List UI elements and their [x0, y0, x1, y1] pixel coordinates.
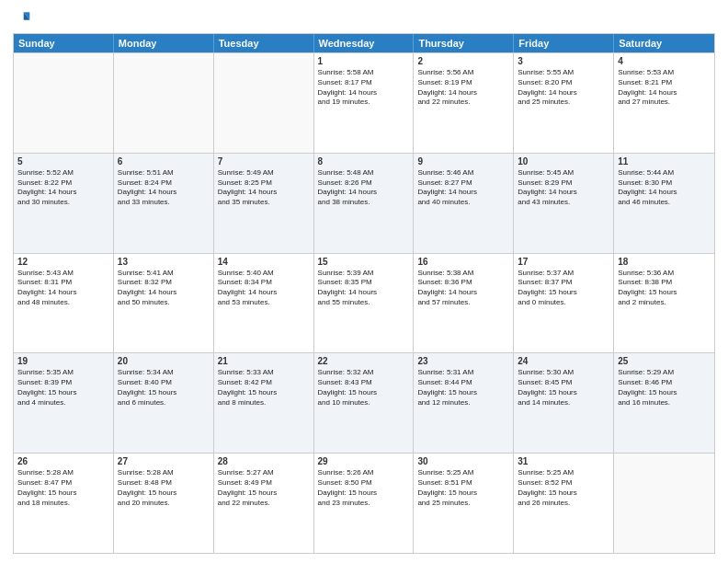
cell-info: Sunrise: 5:27 AM Sunset: 8:49 PM Dayligh… — [218, 468, 310, 508]
cell-info: Sunrise: 5:43 AM Sunset: 8:31 PM Dayligh… — [17, 269, 109, 308]
cell-info: Sunrise: 5:55 AM Sunset: 8:20 PM Dayligh… — [518, 68, 609, 108]
header-cell-wednesday: Wednesday — [314, 34, 415, 52]
cell-info: Sunrise: 5:39 AM Sunset: 8:35 PM Dayligh… — [318, 269, 410, 308]
day-cell-19: 19Sunrise: 5:35 AM Sunset: 8:39 PM Dayli… — [14, 353, 114, 453]
day-cell-9: 9Sunrise: 5:46 AM Sunset: 8:27 PM Daylig… — [414, 154, 514, 253]
cell-info: Sunrise: 5:25 AM Sunset: 8:51 PM Dayligh… — [417, 468, 509, 508]
day-cell-10: 10Sunrise: 5:45 AM Sunset: 8:29 PM Dayli… — [514, 154, 614, 253]
day-number: 12 — [17, 257, 109, 267]
day-number: 31 — [518, 456, 609, 466]
day-cell-6: 6Sunrise: 5:51 AM Sunset: 8:24 PM Daylig… — [114, 154, 214, 253]
day-number: 4 — [618, 56, 711, 66]
day-cell-28: 28Sunrise: 5:27 AM Sunset: 8:49 PM Dayli… — [214, 454, 314, 553]
header-cell-thursday: Thursday — [414, 34, 514, 52]
header-cell-monday: Monday — [114, 34, 214, 52]
day-number: 9 — [417, 156, 509, 167]
calendar-body: 1Sunrise: 5:58 AM Sunset: 8:17 PM Daylig… — [14, 52, 714, 553]
logo-icon — [13, 9, 31, 28]
day-number: 28 — [218, 456, 310, 466]
header — [13, 9, 715, 28]
cell-info: Sunrise: 5:58 AM Sunset: 8:17 PM Dayligh… — [318, 68, 410, 108]
cell-info: Sunrise: 5:51 AM Sunset: 8:24 PM Dayligh… — [118, 168, 210, 208]
day-number: 10 — [518, 156, 609, 167]
day-cell-8: 8Sunrise: 5:48 AM Sunset: 8:26 PM Daylig… — [314, 154, 415, 253]
day-cell-17: 17Sunrise: 5:37 AM Sunset: 8:37 PM Dayli… — [514, 254, 614, 353]
cell-info: Sunrise: 5:48 AM Sunset: 8:26 PM Dayligh… — [318, 168, 410, 208]
cell-info: Sunrise: 5:44 AM Sunset: 8:30 PM Dayligh… — [618, 168, 711, 208]
day-cell-12: 12Sunrise: 5:43 AM Sunset: 8:31 PM Dayli… — [14, 254, 114, 353]
day-cell-4: 4Sunrise: 5:53 AM Sunset: 8:21 PM Daylig… — [614, 53, 714, 153]
day-number: 8 — [318, 156, 410, 167]
day-cell-1: 1Sunrise: 5:58 AM Sunset: 8:17 PM Daylig… — [314, 53, 415, 153]
day-number: 16 — [417, 257, 509, 267]
logo-area — [13, 9, 35, 28]
day-cell-18: 18Sunrise: 5:36 AM Sunset: 8:38 PM Dayli… — [614, 254, 714, 353]
cell-info: Sunrise: 5:25 AM Sunset: 8:52 PM Dayligh… — [518, 468, 609, 508]
cell-info: Sunrise: 5:31 AM Sunset: 8:44 PM Dayligh… — [417, 368, 509, 408]
day-cell-27: 27Sunrise: 5:28 AM Sunset: 8:48 PM Dayli… — [114, 454, 214, 553]
day-number: 11 — [618, 156, 711, 167]
calendar-header-row: SundayMondayTuesdayWednesdayThursdayFrid… — [14, 34, 714, 52]
empty-cell — [214, 53, 314, 153]
day-cell-7: 7Sunrise: 5:49 AM Sunset: 8:25 PM Daylig… — [214, 154, 314, 253]
cell-info: Sunrise: 5:49 AM Sunset: 8:25 PM Dayligh… — [218, 168, 310, 208]
cell-info: Sunrise: 5:37 AM Sunset: 8:37 PM Dayligh… — [518, 269, 609, 308]
day-number: 29 — [318, 456, 410, 466]
day-number: 19 — [17, 356, 109, 366]
day-cell-5: 5Sunrise: 5:52 AM Sunset: 8:22 PM Daylig… — [14, 154, 114, 253]
day-number: 7 — [218, 156, 310, 167]
day-number: 15 — [318, 257, 410, 267]
header-cell-saturday: Saturday — [614, 34, 714, 52]
day-cell-13: 13Sunrise: 5:41 AM Sunset: 8:32 PM Dayli… — [114, 254, 214, 353]
cell-info: Sunrise: 5:38 AM Sunset: 8:36 PM Dayligh… — [417, 269, 509, 308]
day-number: 3 — [518, 56, 609, 66]
calendar-row-0: 1Sunrise: 5:58 AM Sunset: 8:17 PM Daylig… — [14, 52, 714, 153]
cell-info: Sunrise: 5:34 AM Sunset: 8:40 PM Dayligh… — [118, 368, 210, 408]
cell-info: Sunrise: 5:33 AM Sunset: 8:42 PM Dayligh… — [218, 368, 310, 408]
day-number: 14 — [218, 257, 310, 267]
empty-cell — [614, 454, 714, 553]
day-cell-31: 31Sunrise: 5:25 AM Sunset: 8:52 PM Dayli… — [514, 454, 614, 553]
cell-info: Sunrise: 5:35 AM Sunset: 8:39 PM Dayligh… — [17, 368, 109, 408]
day-cell-11: 11Sunrise: 5:44 AM Sunset: 8:30 PM Dayli… — [614, 154, 714, 253]
day-number: 27 — [118, 456, 210, 466]
header-cell-tuesday: Tuesday — [214, 34, 314, 52]
day-cell-2: 2Sunrise: 5:56 AM Sunset: 8:19 PM Daylig… — [414, 53, 514, 153]
day-number: 6 — [118, 156, 210, 167]
calendar-row-4: 26Sunrise: 5:28 AM Sunset: 8:47 PM Dayli… — [14, 453, 714, 553]
day-number: 1 — [318, 56, 410, 66]
calendar-row-3: 19Sunrise: 5:35 AM Sunset: 8:39 PM Dayli… — [14, 352, 714, 453]
day-number: 23 — [417, 356, 509, 366]
cell-info: Sunrise: 5:53 AM Sunset: 8:21 PM Dayligh… — [618, 68, 711, 108]
day-cell-29: 29Sunrise: 5:26 AM Sunset: 8:50 PM Dayli… — [314, 454, 415, 553]
day-cell-23: 23Sunrise: 5:31 AM Sunset: 8:44 PM Dayli… — [414, 353, 514, 453]
page: SundayMondayTuesdayWednesdayThursdayFrid… — [0, 0, 728, 563]
calendar-row-2: 12Sunrise: 5:43 AM Sunset: 8:31 PM Dayli… — [14, 253, 714, 353]
cell-info: Sunrise: 5:30 AM Sunset: 8:45 PM Dayligh… — [518, 368, 609, 408]
day-cell-26: 26Sunrise: 5:28 AM Sunset: 8:47 PM Dayli… — [14, 454, 114, 553]
day-number: 25 — [618, 356, 711, 366]
day-number: 18 — [618, 257, 711, 267]
day-number: 21 — [218, 356, 310, 366]
day-number: 24 — [518, 356, 609, 366]
day-cell-25: 25Sunrise: 5:29 AM Sunset: 8:46 PM Dayli… — [614, 353, 714, 453]
cell-info: Sunrise: 5:28 AM Sunset: 8:48 PM Dayligh… — [118, 468, 210, 508]
header-cell-sunday: Sunday — [14, 34, 114, 52]
cell-info: Sunrise: 5:26 AM Sunset: 8:50 PM Dayligh… — [318, 468, 410, 508]
calendar-row-1: 5Sunrise: 5:52 AM Sunset: 8:22 PM Daylig… — [14, 153, 714, 253]
day-cell-20: 20Sunrise: 5:34 AM Sunset: 8:40 PM Dayli… — [114, 353, 214, 453]
cell-info: Sunrise: 5:46 AM Sunset: 8:27 PM Dayligh… — [417, 168, 509, 208]
day-cell-14: 14Sunrise: 5:40 AM Sunset: 8:34 PM Dayli… — [214, 254, 314, 353]
day-cell-22: 22Sunrise: 5:32 AM Sunset: 8:43 PM Dayli… — [314, 353, 415, 453]
day-cell-15: 15Sunrise: 5:39 AM Sunset: 8:35 PM Dayli… — [314, 254, 415, 353]
day-cell-24: 24Sunrise: 5:30 AM Sunset: 8:45 PM Dayli… — [514, 353, 614, 453]
empty-cell — [14, 53, 114, 153]
calendar: SundayMondayTuesdayWednesdayThursdayFrid… — [13, 33, 715, 554]
cell-info: Sunrise: 5:29 AM Sunset: 8:46 PM Dayligh… — [618, 368, 711, 408]
day-number: 20 — [118, 356, 210, 366]
cell-info: Sunrise: 5:52 AM Sunset: 8:22 PM Dayligh… — [17, 168, 109, 208]
day-cell-16: 16Sunrise: 5:38 AM Sunset: 8:36 PM Dayli… — [414, 254, 514, 353]
cell-info: Sunrise: 5:45 AM Sunset: 8:29 PM Dayligh… — [518, 168, 609, 208]
cell-info: Sunrise: 5:32 AM Sunset: 8:43 PM Dayligh… — [318, 368, 410, 408]
day-number: 13 — [118, 257, 210, 267]
